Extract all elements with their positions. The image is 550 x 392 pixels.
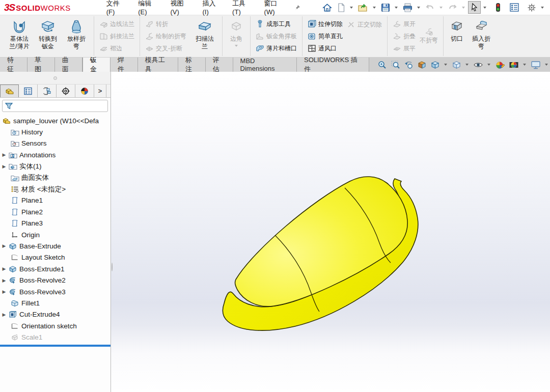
panel-top-splitter[interactable]: [0, 72, 111, 85]
tree-item-fillet1[interactable]: Fillet1: [0, 297, 111, 309]
save-icon[interactable]: [379, 2, 392, 14]
expand-arrow[interactable]: ▶: [0, 266, 8, 271]
options-gear-caret[interactable]: [541, 7, 544, 9]
print-caret[interactable]: [417, 7, 420, 9]
tree-item-orientation-sketch[interactable]: Orientation sketch: [0, 320, 111, 331]
apply-scene-icon[interactable]: [508, 60, 520, 70]
menu-tools[interactable]: 工具(T): [227, 0, 257, 18]
configurationmanager-tab-icon[interactable]: [38, 85, 57, 97]
select-cursor-caret[interactable]: [483, 7, 486, 9]
extruded-cut-button[interactable]: 拉伸切除: [306, 18, 345, 30]
simple-hole-button[interactable]: 简单直孔: [306, 30, 345, 42]
tab-sheet-metal[interactable]: 钣金: [82, 58, 111, 72]
graphics-viewport[interactable]: [111, 72, 550, 392]
home-icon[interactable]: [320, 2, 334, 14]
section-view-icon[interactable]: [416, 60, 428, 70]
displaymanager-tab-icon[interactable]: [75, 85, 94, 97]
view-settings-caret[interactable]: [545, 64, 548, 66]
previous-view-icon[interactable]: [403, 60, 415, 70]
tree-item-origin[interactable]: Origin: [0, 229, 111, 240]
splitter-handle-dot[interactable]: [53, 76, 57, 80]
tree-item-boss-revolve3[interactable]: ▶ Boss-Revolve3: [0, 286, 111, 297]
performance-traffic-light-icon[interactable]: [493, 1, 503, 14]
louver-model[interactable]: [111, 72, 549, 392]
tree-item-plane3[interactable]: Plane3: [0, 218, 111, 229]
base-flange-button[interactable]: 基体法兰/薄片: [5, 17, 34, 55]
rip-button[interactable]: 切口: [447, 17, 467, 55]
tab-weldments[interactable]: 焊件: [111, 58, 138, 72]
dimxpertmanager-tab-icon[interactable]: [57, 85, 75, 97]
tab-surfaces[interactable]: 曲面: [55, 58, 82, 72]
tree-item-cut-extrude4[interactable]: ▶ Cut-Extrude4: [0, 309, 111, 320]
lofted-bend-button[interactable]: 放样折弯: [62, 17, 91, 55]
louver-dome[interactable]: [235, 177, 408, 306]
expand-tabs-arrow[interactable]: >: [94, 85, 106, 97]
tab-mold-tools[interactable]: 模具工具: [138, 58, 178, 72]
tree-item-solid-bodies[interactable]: ▶ 实体(1): [0, 161, 111, 172]
print-icon[interactable]: [401, 2, 415, 14]
tree-item-material[interactable]: 材质 <未指定>: [0, 183, 111, 194]
menu-file[interactable]: 文件(F): [101, 0, 131, 18]
convert-to-sheetmetal-button[interactable]: 转换到钣金: [34, 17, 62, 55]
swept-flange-label-2: 兰: [202, 43, 208, 50]
options-gear-icon[interactable]: [525, 2, 538, 14]
menu-edit[interactable]: 编辑(E): [133, 0, 163, 18]
tree-filter-input[interactable]: [2, 100, 108, 112]
tree-item-history[interactable]: History: [0, 126, 111, 137]
tab-evaluate[interactable]: 评估: [206, 58, 233, 72]
tree-item-boss-extrude1[interactable]: ▶ Boss-Extrude1: [0, 263, 111, 274]
expand-arrow[interactable]: ▶: [0, 152, 8, 157]
display-style-icon[interactable]: [451, 60, 462, 70]
expand-arrow[interactable]: ▶: [0, 312, 8, 317]
tab-markup[interactable]: 标注: [178, 58, 206, 72]
tree-item-sensors[interactable]: Sensors: [0, 138, 111, 149]
panel-splitter-handle[interactable]: [112, 263, 113, 271]
display-pane-icon[interactable]: [508, 2, 521, 13]
select-cursor-icon[interactable]: [468, 1, 481, 14]
tree-item-base-extrude[interactable]: ▶ Base-Extrude: [0, 240, 111, 251]
open-caret[interactable]: [373, 7, 376, 9]
tree-item-layout-sketch[interactable]: Layout Sketch: [0, 252, 111, 263]
view-orientation-caret[interactable]: [444, 64, 447, 66]
tab-and-slot-button[interactable]: 薄片和槽口: [254, 42, 299, 54]
featuremanager-tab-icon[interactable]: [0, 85, 19, 97]
new-document-caret[interactable]: [350, 7, 353, 9]
tree-item-boss-revolve2[interactable]: ▶ Boss-Revolve2: [0, 274, 111, 286]
hide-show-items-caret[interactable]: [487, 64, 490, 66]
swept-flange-button[interactable]: 扫描法兰: [190, 17, 219, 55]
open-icon[interactable]: [356, 2, 370, 14]
hide-show-items-icon[interactable]: [472, 60, 484, 70]
zoom-to-area-icon[interactable]: [390, 60, 401, 70]
new-document-icon[interactable]: [335, 2, 347, 14]
tab-mbd-dimensions[interactable]: MBD Dimensions: [233, 58, 297, 72]
pin-menu-icon[interactable]: [294, 4, 301, 11]
propertymanager-tab-icon[interactable]: [19, 85, 38, 97]
vent-button[interactable]: 通风口: [306, 42, 345, 54]
expand-arrow[interactable]: ▶: [0, 278, 8, 283]
tree-item-root[interactable]: sample_louver (W10<<Defa: [0, 115, 111, 126]
insert-bends-button[interactable]: 插入折弯: [467, 17, 496, 55]
tree-item-scale1[interactable]: Scale1: [0, 331, 111, 343]
tree-item-plane2[interactable]: Plane2: [0, 206, 111, 217]
expand-arrow[interactable]: ▶: [0, 289, 8, 294]
tree-item-annotations[interactable]: ▶ A Annotations: [0, 149, 111, 160]
tab-solidworks-addins[interactable]: SOLIDWORKS 插件: [297, 58, 369, 72]
menu-window[interactable]: 窗口(W): [259, 0, 291, 18]
edit-appearance-icon[interactable]: [494, 60, 506, 70]
view-settings-icon[interactable]: [530, 60, 542, 70]
expand-arrow[interactable]: ▶: [0, 164, 8, 169]
rollback-bar[interactable]: [0, 345, 111, 347]
tree-item-surface-bodies[interactable]: 曲面实体: [0, 172, 111, 183]
menu-view[interactable]: 视图(V): [165, 0, 195, 18]
tab-sketch[interactable]: 草图: [28, 58, 55, 72]
tree-item-plane1[interactable]: Plane1: [0, 195, 111, 206]
save-caret[interactable]: [395, 7, 398, 9]
tab-features[interactable]: 特征: [0, 58, 28, 72]
forming-tool-button[interactable]: 成形工具: [254, 18, 299, 30]
expand-arrow[interactable]: ▶: [0, 243, 8, 248]
zoom-to-fit-icon[interactable]: [376, 60, 388, 70]
display-style-caret[interactable]: [465, 64, 469, 66]
menu-insert[interactable]: 插入(I): [198, 0, 226, 18]
apply-scene-caret[interactable]: [523, 64, 526, 66]
view-orientation-icon[interactable]: [429, 60, 441, 70]
